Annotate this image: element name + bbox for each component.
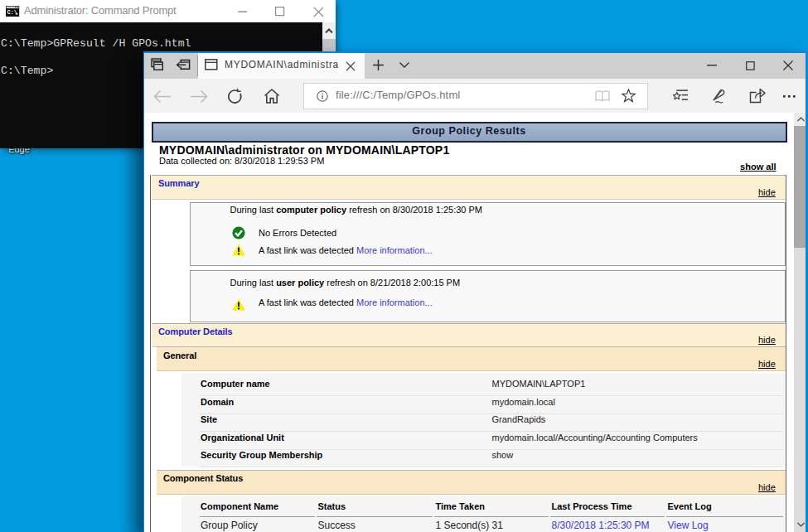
svg-text:C:\: C:\ [7, 8, 17, 15]
